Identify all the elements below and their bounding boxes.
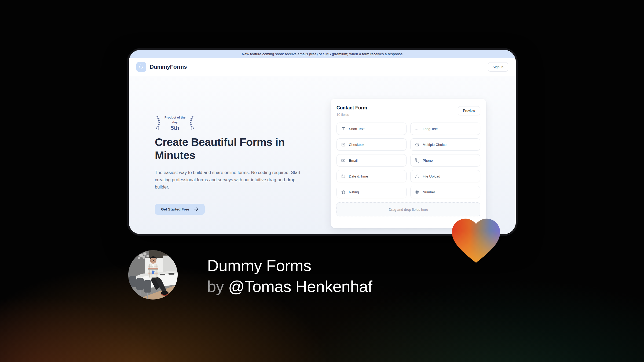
field-chip-checkbox[interactable]: Checkbox [336, 138, 407, 151]
get-started-label: Get Started Free [161, 207, 189, 211]
laurel-left-icon [155, 116, 162, 131]
calendar-icon [341, 174, 346, 179]
hero-title: Create Beautiful Forms in Minutes [155, 136, 310, 162]
upload-icon [415, 174, 419, 179]
form-title: Contact Form [336, 105, 367, 111]
star-icon [341, 190, 346, 194]
field-chip-phone[interactable]: Phone [410, 154, 480, 167]
field-type-grid: Short Text Long Text Checkbox [336, 123, 480, 198]
sign-in-button[interactable]: Sign In [488, 62, 508, 72]
hash-icon [415, 190, 419, 194]
maker-avatar-photo [128, 250, 178, 300]
envelope-icon [341, 158, 346, 163]
form-builder-card: Contact Form 10 fields Preview Short Tex… [331, 99, 486, 228]
field-chip-short-text[interactable]: Short Text [336, 123, 407, 135]
drag-drop-label: Drag and drop fields here [389, 208, 428, 212]
field-chip-email[interactable]: Email [336, 154, 407, 167]
brand-logo-icon [136, 62, 146, 72]
field-chip-rating[interactable]: Rating [336, 186, 407, 198]
promo-canvas: New feature coming soon: receive emails … [0, 0, 644, 362]
product-of-the-day-badge: Product of the day 5th [155, 115, 195, 131]
field-chip-number[interactable]: Number [410, 186, 480, 198]
field-chip-date-time[interactable]: Date & Time [336, 170, 407, 182]
attribution-by: by [207, 278, 224, 295]
field-chip-long-text[interactable]: Long Text [410, 123, 480, 135]
hero-description: The easiest way to build and share onlin… [155, 169, 308, 191]
landing-main: Product of the day 5th [129, 76, 516, 234]
get-started-button[interactable]: Get Started Free [155, 204, 205, 215]
dashed-select-cursor-icon [138, 64, 144, 70]
drag-drop-zone[interactable]: Drag and drop fields here [336, 202, 480, 216]
gradient-heart-logo [450, 217, 502, 265]
attribution-title: Dummy Forms [207, 255, 372, 276]
preview-button[interactable]: Preview [458, 106, 480, 115]
badge-rank: 5th [164, 125, 186, 131]
form-field-count: 10 fields [336, 113, 367, 117]
attribution-author: @Tomas Henkenhaf [228, 278, 372, 295]
laurel-right-icon [188, 116, 195, 131]
attribution-text: Dummy Forms by @Tomas Henkenhaf [207, 255, 372, 297]
text-type-icon [341, 127, 346, 131]
announcement-banner: New feature coming soon: receive emails … [129, 50, 516, 58]
brand-name: DummyForms [150, 64, 187, 70]
field-chip-file-upload[interactable]: File Upload [410, 170, 480, 182]
hero-section: Product of the day 5th [155, 115, 310, 215]
brand-logo[interactable]: DummyForms [136, 62, 187, 72]
app-window: New feature coming soon: receive emails … [129, 50, 516, 234]
announcement-text: New feature coming soon: receive emails … [242, 52, 402, 56]
field-chip-multiple-choice[interactable]: Multiple Choice [410, 138, 480, 151]
arrow-right-icon [194, 207, 199, 211]
checkbox-icon [341, 142, 346, 147]
badge-label: Product of the day [164, 116, 185, 124]
phone-icon [415, 158, 419, 163]
app-header: DummyForms Sign In [129, 58, 516, 76]
text-lines-icon [415, 127, 419, 131]
radio-icon [415, 142, 419, 147]
